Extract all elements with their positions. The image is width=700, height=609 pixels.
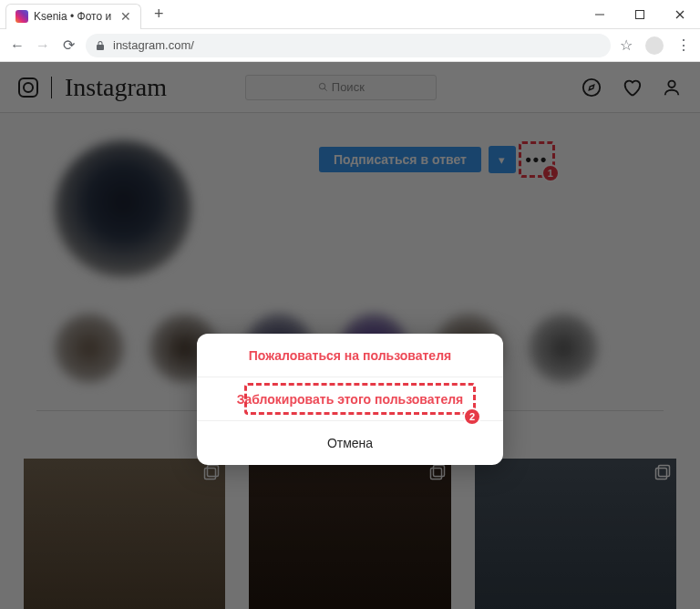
report-user-button[interactable]: Пожаловаться на пользователя [197, 334, 503, 377]
instagram-favicon [15, 10, 28, 23]
block-user-button[interactable]: Заблокировать этого пользователя 2 [197, 377, 503, 421]
cancel-button[interactable]: Отмена [197, 421, 503, 465]
address-bar: ← → ⟳ instagram.com/ ☆ ⋮ [0, 29, 700, 62]
close-tab-icon[interactable]: ✕ [120, 9, 131, 24]
page-content: Instagram Поиск Подписаться в ответ ▾ ••… [0, 62, 700, 609]
block-user-label: Заблокировать этого пользователя [237, 392, 464, 407]
browser-tab[interactable]: Ksenia • Фото и ✕ [5, 4, 141, 29]
options-modal: Пожаловаться на пользователя Заблокирова… [197, 334, 503, 465]
report-user-label: Пожаловаться на пользователя [249, 348, 451, 363]
profile-avatar-icon[interactable] [645, 36, 664, 55]
new-tab-button[interactable]: + [147, 3, 170, 26]
bookmark-star-icon[interactable]: ☆ [620, 36, 633, 54]
maximize-button[interactable] [620, 0, 660, 29]
window-titlebar: Ksenia • Фото и ✕ + [0, 0, 700, 29]
svg-rect-1 [636, 10, 644, 18]
tab-title: Ksenia • Фото и [34, 10, 111, 23]
lock-icon [95, 40, 106, 51]
back-button[interactable]: ← [9, 37, 26, 54]
url-text: instagram.com/ [113, 38, 194, 52]
minimize-button[interactable] [580, 0, 620, 29]
reload-button[interactable]: ⟳ [60, 36, 77, 54]
forward-button[interactable]: → [35, 37, 51, 54]
tab-strip: Ksenia • Фото и ✕ + [0, 0, 170, 28]
window-controls [580, 0, 700, 29]
cancel-label: Отмена [327, 436, 373, 450]
browser-menu-icon[interactable]: ⋮ [676, 36, 691, 54]
close-window-button[interactable] [660, 0, 700, 29]
url-field[interactable]: instagram.com/ [86, 34, 611, 57]
